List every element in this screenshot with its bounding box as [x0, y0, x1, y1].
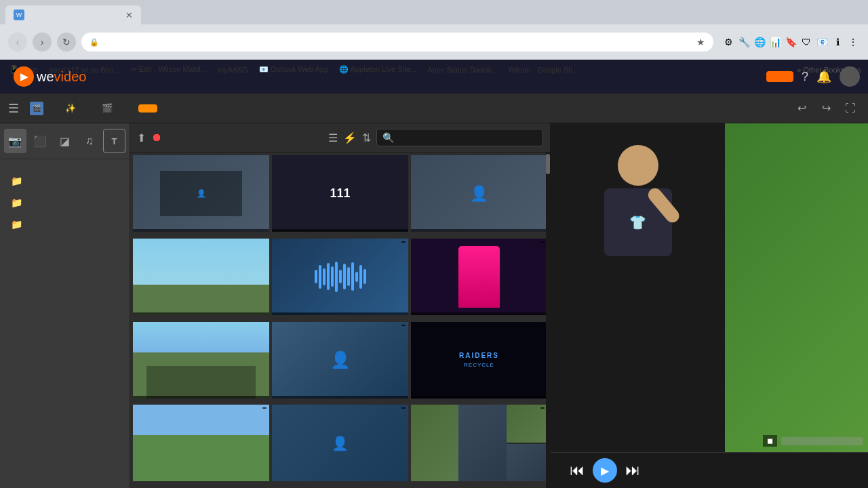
- media-item-7[interactable]: 👤: [272, 322, 408, 399]
- media-item-1[interactable]: 111: [272, 155, 408, 232]
- bookmark-wilson[interactable]: Wilson - Google Sh...: [506, 64, 582, 75]
- tab-favicon: W: [14, 9, 24, 20]
- bookmark-outlook[interactable]: 📧 Outlook Web App: [256, 64, 331, 75]
- media-item-5[interactable]: [411, 239, 547, 315]
- ext-icon-7[interactable]: 📧: [815, 35, 829, 49]
- tab-audio[interactable]: ♫: [79, 129, 101, 153]
- media-item-project[interactable]: 📁: [0, 214, 130, 235]
- folder-icon-shared: 📁: [11, 197, 22, 208]
- search-input-container[interactable]: 🔍: [376, 129, 544, 146]
- upload-button[interactable]: [766, 71, 793, 82]
- thumb-7-overlay: [272, 396, 408, 399]
- header-actions: ? 🔔: [766, 66, 868, 87]
- help-icon[interactable]: ?: [802, 70, 808, 84]
- filter-icon[interactable]: ⚡: [343, 131, 357, 144]
- thumb-1-overlay: [272, 229, 408, 232]
- preview-video: 👕 ◼: [551, 123, 868, 452]
- media-item-9[interactable]: [133, 405, 269, 481]
- audio-wave: [272, 239, 408, 315]
- preview-controls: ⏮ ▶ ⏭: [551, 452, 868, 488]
- thumb-4-overlay: [272, 312, 408, 315]
- app-toolbar: ☰ 🎬 ✨ 🎬 ↩ ↪ ⛶: [0, 94, 868, 123]
- media-item-6[interactable]: [133, 322, 269, 399]
- thumb-10-duration: [401, 407, 406, 409]
- play-button[interactable]: ▶: [593, 458, 617, 483]
- media-grid: 👤 111 👤: [130, 152, 550, 488]
- media-item-10[interactable]: 👤: [272, 405, 408, 481]
- toolbar-right: ↩ ↪ ⛶: [792, 99, 860, 118]
- themes-icon: ✨: [65, 103, 76, 113]
- logo-text: wevideo: [37, 69, 86, 85]
- project-title-group: 🎬: [30, 102, 49, 115]
- project-icon: 🎬: [30, 102, 43, 115]
- folder-icon-my-media: 📁: [11, 176, 22, 186]
- thumb-3-overlay: [133, 312, 269, 315]
- hamburger-menu[interactable]: ☰: [8, 101, 19, 116]
- media-item-my-media[interactable]: 📁: [0, 170, 130, 192]
- star-icon[interactable]: ★: [696, 37, 705, 47]
- ext-icon-6[interactable]: 🛡: [800, 35, 813, 49]
- send-feedback-button[interactable]: [138, 104, 157, 113]
- record-icon[interactable]: ⏺: [151, 131, 162, 144]
- media-item-4[interactable]: [272, 239, 408, 315]
- thumb-2-overlay: [411, 229, 547, 232]
- tab-media[interactable]: 📷: [4, 129, 26, 153]
- media-item-11[interactable]: [411, 405, 547, 481]
- tab-transitions[interactable]: ⬛: [29, 129, 52, 153]
- refresh-button[interactable]: ↻: [57, 33, 76, 52]
- grid-scrollbar[interactable]: [546, 152, 550, 488]
- ext-icon-4[interactable]: 📊: [768, 35, 782, 49]
- main-content: 📷 ⬛ ◪ ♫ T 📁 📁 📁: [0, 123, 868, 488]
- forward-button[interactable]: ›: [33, 33, 52, 52]
- tab-close-button[interactable]: ✕: [125, 10, 133, 20]
- browser-chrome: W ✕ ‹ › ↻ 🔒 ★ ⚙ 🔧 🌐 📊 🔖 🛡 📧 ℹ ⋮ 📱Apps aa…: [0, 0, 868, 60]
- list-view-icon[interactable]: ☰: [328, 131, 338, 144]
- nav-home[interactable]: [100, 60, 127, 94]
- browser-tab[interactable]: W ✕: [5, 5, 141, 24]
- media-list: 📁 📁 📁: [0, 170, 130, 235]
- notifications-icon[interactable]: 🔔: [816, 69, 831, 84]
- tab-effects[interactable]: ◪: [54, 129, 76, 153]
- fullscreen-button[interactable]: ⛶: [841, 99, 860, 118]
- finish-button[interactable]: 🎬: [96, 100, 122, 116]
- media-item-shared[interactable]: 📁: [0, 192, 130, 214]
- scrollbar-thumb[interactable]: [546, 154, 550, 174]
- sort-icon[interactable]: ⇅: [362, 131, 371, 144]
- app-logo: ▶ wevideo: [0, 66, 100, 87]
- themes-button[interactable]: ✨: [60, 100, 85, 116]
- address-bar[interactable]: 🔒 ★: [81, 33, 713, 52]
- thumb-5-overlay: [411, 312, 547, 315]
- media-item-0[interactable]: 👤: [133, 155, 269, 232]
- skip-back-button[interactable]: ⏮: [570, 462, 585, 479]
- thumb-6-overlay: [133, 396, 269, 399]
- finish-icon: 🎬: [102, 103, 113, 113]
- upload-icon[interactable]: ⬆: [137, 131, 146, 144]
- menu-icon[interactable]: ⋮: [846, 35, 860, 49]
- skip-forward-button[interactable]: ⏭: [625, 462, 640, 479]
- media-item-3[interactable]: [133, 239, 269, 315]
- bookmark-appleton[interactable]: 🌐 Appleton Live Site...: [336, 64, 419, 75]
- tab-text[interactable]: T: [103, 129, 125, 153]
- media-item-2[interactable]: 👤: [411, 155, 547, 232]
- ext-icon-3[interactable]: 🌐: [753, 35, 766, 49]
- back-button[interactable]: ‹: [8, 33, 27, 52]
- user-avatar[interactable]: [840, 66, 860, 87]
- ext-icon-1[interactable]: ⚙: [722, 35, 735, 49]
- thumb-5-duration: [540, 241, 545, 243]
- bookmark-apps-status[interactable]: Apps Status Dashb...: [425, 64, 500, 75]
- redo-button[interactable]: ↪: [816, 99, 835, 118]
- ext-icon-2[interactable]: 🔧: [737, 35, 751, 49]
- left-panel: 📷 ⬛ ◪ ♫ T 📁 📁 📁: [0, 123, 130, 488]
- media-item-8[interactable]: RAIDERS RECYCLE: [411, 322, 547, 399]
- thumb-8-overlay: [411, 396, 547, 399]
- nav-projects[interactable]: [127, 60, 154, 94]
- thumb-8-duration: [540, 325, 545, 326]
- search-icon: 🔍: [382, 132, 394, 143]
- nav-media[interactable]: [154, 60, 181, 94]
- ext-icon-8[interactable]: ℹ: [831, 35, 844, 49]
- ext-icon-5[interactable]: 🔖: [784, 35, 797, 49]
- nav-videos[interactable]: [181, 60, 208, 94]
- undo-button[interactable]: ↩: [792, 99, 811, 118]
- thumb-11-duration: [540, 407, 545, 409]
- nav-admin[interactable]: [208, 60, 235, 94]
